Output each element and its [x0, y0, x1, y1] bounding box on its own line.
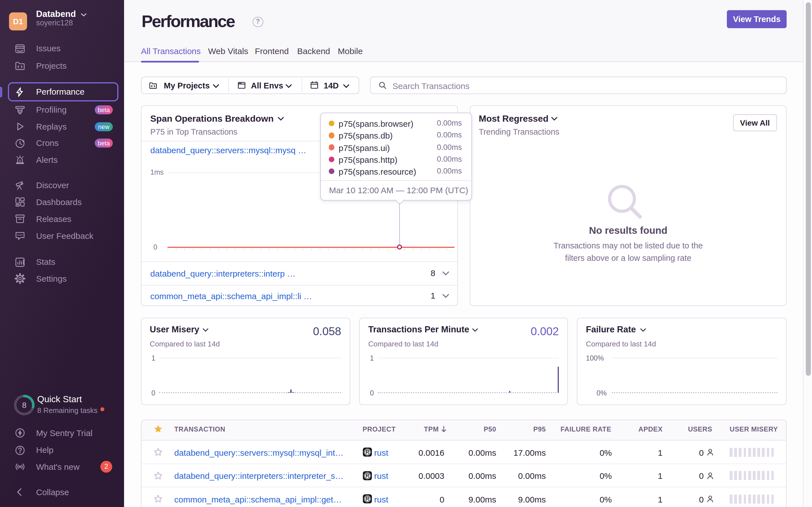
svg-text:8: 8 [22, 401, 27, 409]
svg-text:R: R [365, 450, 369, 455]
svg-text:R: R [365, 496, 369, 502]
svg-text:R: R [365, 473, 369, 478]
